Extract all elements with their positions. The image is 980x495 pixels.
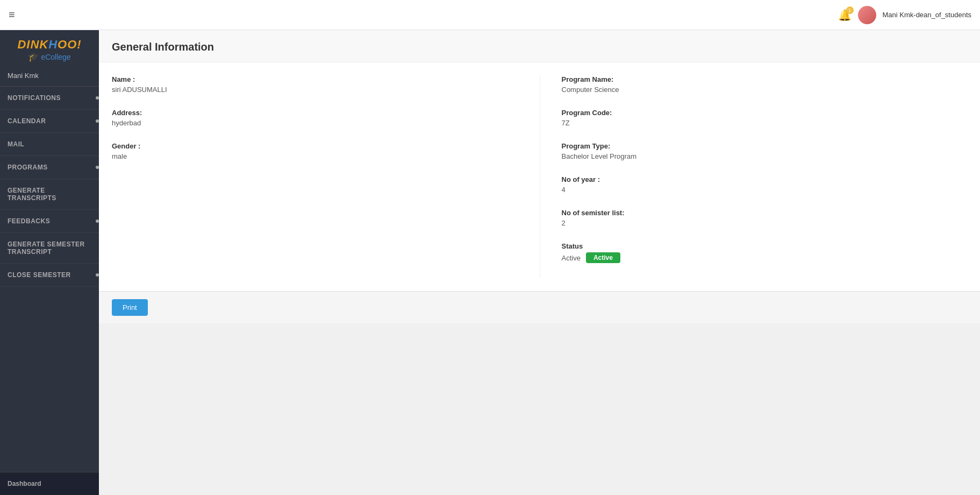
field-program-type: Program Type: Bachelor Level Program [562,142,968,160]
no-of-year-label: No of year : [562,175,968,183]
sidebar-logo: DINKHOO! 🎓 eCollege [0,30,99,66]
no-of-year-value: 4 [562,186,968,194]
content-area: General Information Name : siri ADUSUMAL… [99,30,980,291]
sidebar-item-programs[interactable]: PROGRAMS [0,156,99,179]
info-grid: Name : siri ADUSUMALLI Address: hyderbad… [99,62,980,291]
sidebar-item-calendar[interactable]: CALENDAR [0,110,99,133]
info-right: Program Name: Computer Science Program C… [540,75,968,278]
field-name: Name : siri ADUSUMALLI [112,75,518,94]
field-no-of-semester: No of semister list: 2 [562,209,968,227]
sidebar-item-feedbacks[interactable]: FEEDBACKS [0,210,99,233]
dot-icon [96,119,99,123]
program-type-value: Bachelor Level Program [562,152,968,160]
program-type-label: Program Type: [562,142,968,150]
info-left: Name : siri ADUSUMALLI Address: hyderbad… [112,75,540,278]
program-code-label: Program Code: [562,109,968,117]
gender-value: male [112,152,518,160]
program-name-label: Program Name: [562,75,968,83]
sidebar-item-mail[interactable]: MAIL [0,133,99,156]
logo-dinkhoo: DINKHOO! [5,38,94,52]
no-of-semester-value: 2 [562,219,968,227]
hamburger-icon[interactable]: ≡ [9,9,15,21]
top-header: ≡ 🔔 1 Mani Kmk-dean_of_students [0,0,980,30]
sidebar-nav: NOTIFICATIONS CALENDAR MAIL PROGRAMS GEN… [0,87,99,472]
print-button[interactable]: Print [112,299,148,316]
status-row: Active Active [562,252,968,263]
field-program-name: Program Name: Computer Science [562,75,968,94]
grad-icon: 🎓 [28,52,39,62]
dot-icon [96,273,99,277]
page-title: General Information [99,30,980,62]
status-text: Active [562,254,581,262]
gender-label: Gender : [112,142,518,150]
bell-icon[interactable]: 🔔 1 [838,9,852,22]
address-label: Address: [112,109,518,117]
field-gender: Gender : male [112,142,518,160]
user-name: Mani Kmk-dean_of_students [883,11,971,19]
name-value: siri ADUSUMALLI [112,86,518,94]
sidebar: DINKHOO! 🎓 eCollege Mani Kmk NOTIFICATIO… [0,30,99,495]
avatar [858,6,876,24]
status-label: Status [562,242,968,250]
header-right: 🔔 1 Mani Kmk-dean_of_students [838,6,971,24]
content-footer: Print [99,291,980,323]
sidebar-item-generate-semester-transcript[interactable]: GENERATE SEMESTER TRANSCRIPT [0,233,99,264]
sidebar-item-generate-transcripts[interactable]: GENERATE TRANSCRIPTS [0,179,99,210]
program-code-value: 7Z [562,119,968,127]
field-no-of-year: No of year : 4 [562,175,968,194]
field-program-code: Program Code: 7Z [562,109,968,127]
dot-icon [96,166,99,169]
status-badge: Active [586,252,620,263]
no-of-semester-label: No of semister list: [562,209,968,217]
field-status: Status Active Active [562,242,968,263]
dot-icon [96,220,99,223]
sidebar-item-dashboard[interactable]: Dashboard [0,472,99,495]
layout: DINKHOO! 🎓 eCollege Mani Kmk NOTIFICATIO… [0,30,980,495]
main-content: General Information Name : siri ADUSUMAL… [99,30,980,495]
address-value: hyderbad [112,119,518,127]
lower-area [99,323,980,495]
sidebar-item-notifications[interactable]: NOTIFICATIONS [0,87,99,110]
field-address: Address: hyderbad [112,109,518,127]
name-label: Name : [112,75,518,83]
sidebar-item-close-semester[interactable]: CLOSE SEMESTER [0,264,99,287]
dot-icon [96,96,99,100]
notification-badge: 1 [846,6,854,14]
logo-ecollege: 🎓 eCollege [5,52,94,62]
sidebar-user: Mani Kmk [0,66,99,87]
program-name-value: Computer Science [562,86,968,94]
